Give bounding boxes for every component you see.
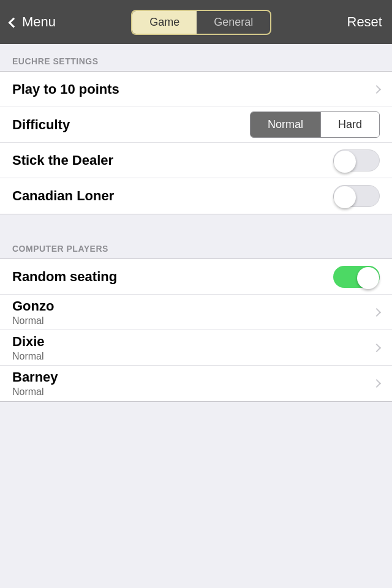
canadian-loner-toggle[interactable] <box>333 183 380 209</box>
gonzo-name-label: Gonzo <box>12 298 54 314</box>
random-seating-row: Random seating <box>0 259 392 295</box>
barney-row[interactable]: Barney Normal <box>0 366 392 401</box>
dixie-chevron-icon <box>372 343 381 352</box>
stick-dealer-row: Stick the Dealer <box>0 143 392 178</box>
tab-game[interactable]: Game <box>132 11 197 34</box>
dixie-difficulty-label: Normal <box>12 351 45 362</box>
barney-label-wrap: Barney Normal <box>12 369 58 398</box>
computer-section-header: COMPUTER PLAYERS <box>0 232 392 258</box>
dixie-row[interactable]: Dixie Normal <box>0 330 392 366</box>
gonzo-row[interactable]: Gonzo Normal <box>0 295 392 330</box>
difficulty-normal-button[interactable]: Normal <box>251 112 320 137</box>
random-seating-thumb <box>357 267 379 289</box>
back-button[interactable]: Menu <box>10 14 56 30</box>
canadian-loner-thumb <box>334 186 356 208</box>
euchre-settings-list: Play to 10 points Difficulty Normal Hard… <box>0 71 392 214</box>
tab-general[interactable]: General <box>197 11 270 34</box>
difficulty-segmented-control[interactable]: Normal Hard <box>250 111 380 138</box>
canadian-loner-row: Canadian Loner <box>0 178 392 214</box>
barney-chevron-icon <box>372 379 381 388</box>
play-to-row[interactable]: Play to 10 points <box>0 72 392 107</box>
stick-dealer-toggle[interactable] <box>333 147 380 174</box>
gonzo-chevron-icon <box>372 307 381 316</box>
barney-difficulty-label: Normal <box>12 386 58 398</box>
gonzo-label-wrap: Gonzo Normal <box>12 298 54 326</box>
dixie-label-wrap: Dixie Normal <box>12 334 45 362</box>
difficulty-label: Difficulty <box>12 117 70 133</box>
play-to-label: Play to 10 points <box>12 81 119 97</box>
tab-segmented-control[interactable]: Game General <box>131 10 271 35</box>
random-seating-label: Random seating <box>12 269 117 285</box>
stick-dealer-label: Stick the Dealer <box>12 153 113 168</box>
barney-name-label: Barney <box>12 369 58 385</box>
back-chevron-icon <box>9 18 19 28</box>
back-label: Menu <box>22 14 56 30</box>
navigation-bar: Menu Game General Reset <box>0 0 392 44</box>
euchre-section-header: EUCHRE SETTINGS <box>0 44 392 71</box>
computer-players-list: Random seating Gonzo Normal Dixie Normal… <box>0 258 392 402</box>
stick-dealer-thumb <box>334 151 356 173</box>
reset-button[interactable]: Reset <box>347 14 382 30</box>
random-seating-toggle[interactable] <box>333 263 380 290</box>
canadian-loner-label: Canadian Loner <box>12 188 114 204</box>
play-to-chevron-icon <box>372 85 381 93</box>
difficulty-row: Difficulty Normal Hard <box>0 107 392 143</box>
dixie-name-label: Dixie <box>12 334 45 350</box>
gonzo-difficulty-label: Normal <box>12 315 54 326</box>
section-spacer <box>0 214 392 232</box>
difficulty-hard-button[interactable]: Hard <box>321 112 379 137</box>
